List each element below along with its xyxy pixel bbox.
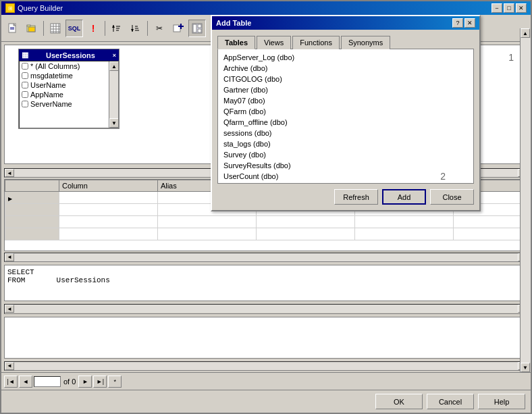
sql-line-1: SELECT [7,268,525,276]
table-column-all[interactable]: * (All Columns) [20,61,109,71]
refresh-button[interactable]: Refresh [334,189,378,205]
nav-page-input[interactable] [34,376,61,387]
table-column-servername[interactable]: ServerName [20,99,109,109]
v-scroll-track[interactable] [521,38,531,363]
table-column-username[interactable]: UserName [20,80,109,90]
nav-prev-btn[interactable]: ◄ [19,376,32,388]
table-widget-header[interactable]: ▦ UserSessions × [19,49,119,61]
tab-views[interactable]: Views [257,36,291,49]
svg-rect-30 [198,29,201,32]
grid-cell-table-4[interactable] [256,228,354,240]
scroll-left-btn[interactable]: ◄ [5,169,14,177]
table-widget-close[interactable]: × [113,52,116,59]
table-list[interactable]: AppServer_Log (dbo) Archive (dbo) CITGOL… [217,49,474,184]
table-column-appname[interactable]: AppName [20,90,109,99]
row-arrow-1: ▶ [8,196,12,202]
dialog-close-btn[interactable]: ✕ [464,18,475,28]
toolbar-open-btn[interactable] [23,20,41,37]
table-column-msgdatetime[interactable]: msgdatetime [20,71,109,80]
column-checkbox-all[interactable] [22,63,28,70]
cancel-button[interactable]: Cancel [427,394,474,409]
v-scroll-up-btn[interactable]: ▲ [521,28,530,38]
column-checkbox-msgdatetime[interactable] [22,72,28,79]
v-scroll-down-btn[interactable]: ▼ [521,363,530,372]
results-area [4,317,528,359]
close-dialog-button[interactable]: Close [430,189,474,205]
scroll-down-btn[interactable]: ▼ [109,118,119,128]
grid-cell-col-3[interactable] [59,216,158,228]
nav-first-btn[interactable]: |◄ [4,376,18,388]
nav-last-btn[interactable]: ►| [93,376,107,388]
sql-line-2: FROM UserSessions [7,276,525,284]
table-item-userkey[interactable]: UserKey (dbo) [221,182,471,184]
table-item-qfarm[interactable]: QFarm (dbo) [221,106,471,117]
table-item-may07[interactable]: May07 (dbo) [221,95,471,106]
tab-synonyms[interactable]: Synonyms [341,36,390,49]
results-scroll-left[interactable]: ◄ [5,362,14,370]
grid-cell-output-3[interactable] [354,216,453,228]
mid-scrollbar[interactable]: ◄ ► [4,304,528,313]
grid-scroll-track[interactable] [14,253,518,261]
nav-asterisk-btn[interactable]: * [108,376,122,388]
grid-cell-or-4[interactable] [453,228,527,240]
table-widget-title: UserSessions [46,51,95,59]
table-item-gartner[interactable]: Gartner (dbo) [221,84,471,95]
toolbar-add-table-btn[interactable] [169,20,187,37]
grid-cell-col-2[interactable] [59,204,158,216]
table-item-usercount[interactable]: UserCount (dbo) [221,171,471,182]
scroll-track[interactable] [109,71,118,118]
dialog-help-btn[interactable]: ? [452,18,463,28]
sql-area[interactable]: SELECT FROM UserSessions [4,265,528,301]
minimize-button[interactable]: − [491,3,502,13]
diagram-number: 1 [508,52,514,63]
toolbar-sep-3 [147,21,148,36]
toolbar-diagram-btn[interactable] [188,20,206,37]
grid-scroll-left[interactable]: ◄ [5,253,14,261]
table-item-sessions[interactable]: sessions (dbo) [221,128,471,138]
grid-cell-alias-4[interactable] [157,228,256,240]
grid-cell-table-3[interactable] [256,216,354,228]
toolbar-sort-asc-btn[interactable] [108,20,126,37]
grid-cell-col-1[interactable] [59,192,158,204]
nav-next-btn[interactable]: ► [78,376,92,388]
grid-cell-output-4[interactable] [354,228,453,240]
toolbar-cut-btn[interactable]: ✂ [151,20,168,37]
add-button[interactable]: Add [382,189,426,205]
results-scrollbar[interactable]: ◄ ► [4,361,528,371]
table-item-sta-logs[interactable]: sta_logs (dbo) [221,138,471,149]
column-checkbox-appname[interactable] [22,91,28,98]
grid-col-column[interactable]: Column [59,180,158,192]
table-item-appserver[interactable]: AppServer_Log (dbo) [221,52,471,63]
grid-cell-alias-3[interactable] [157,216,256,228]
sql-scroll-track[interactable] [14,305,518,313]
dialog-content: Tables Views Functions Synonyms AppServe… [212,30,479,210]
dialog-title-bar: Add Table ? ✕ [212,16,479,30]
grid-cell-col-4[interactable] [59,228,158,240]
toolbar-exclaim-btn[interactable]: ! [84,20,102,37]
toolbar-sql-btn[interactable]: SQL [65,20,83,37]
column-checkbox-username[interactable] [22,82,28,88]
bottom-scrollbar-grid[interactable]: ◄ ► [4,253,528,262]
column-checkbox-servername[interactable] [22,101,28,107]
grid-cell-or-3[interactable] [453,216,527,228]
tab-functions[interactable]: Functions [292,36,340,49]
sql-scroll-left[interactable]: ◄ [5,305,14,313]
table-item-survey[interactable]: Survey (dbo) [221,149,471,160]
scroll-up-btn[interactable]: ▲ [109,61,119,71]
grid-row-header-col [5,180,59,192]
toolbar-new-btn[interactable] [4,20,22,37]
close-button[interactable]: ✕ [516,3,527,13]
column-label-servername: ServerName [30,100,72,108]
toolbar-sort-desc-btn[interactable] [127,20,144,37]
maximize-button[interactable]: □ [504,3,514,13]
table-item-archive[interactable]: Archive (dbo) [221,63,471,74]
help-button[interactable]: Help [478,394,525,409]
table-item-citgolog[interactable]: CITGOLOG (dbo) [221,74,471,84]
toolbar-grid-btn[interactable] [47,20,64,37]
table-item-surveyresults[interactable]: SurveyResults (dbo) [221,160,471,171]
results-scroll-track[interactable] [14,362,518,370]
tab-tables[interactable]: Tables [217,36,255,49]
ok-button[interactable]: OK [375,394,423,409]
table-item-qfarm-offline[interactable]: Qfarm_offline (dbo) [221,117,471,128]
table-widget-scroll[interactable]: * (All Columns) msgdatetime UserName [19,61,119,128]
